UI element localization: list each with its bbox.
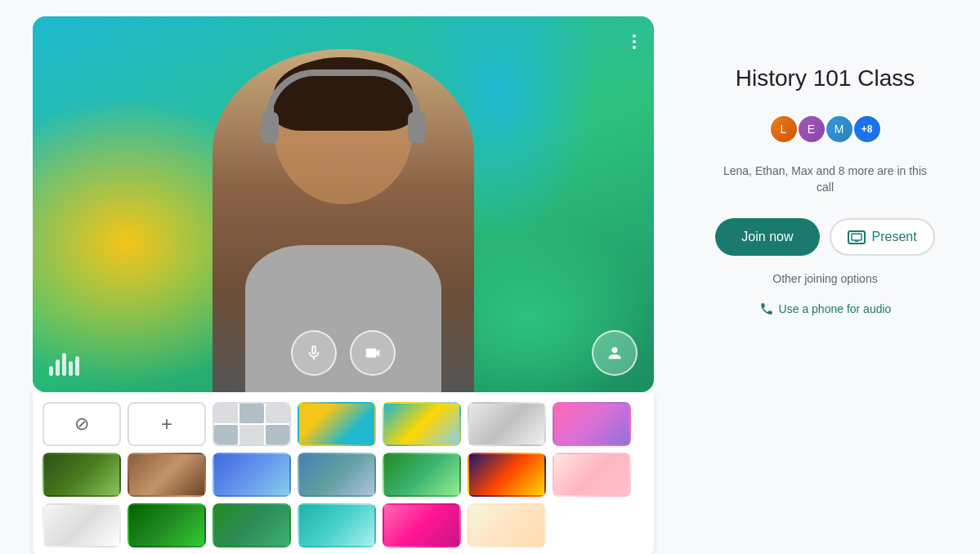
more-options-button[interactable] bbox=[628, 29, 641, 54]
present-button[interactable]: Present bbox=[830, 218, 935, 256]
background-option-colorful[interactable] bbox=[298, 402, 376, 446]
phone-audio-label: Use a phone for audio bbox=[779, 302, 892, 315]
person-background-icon bbox=[606, 344, 624, 362]
background-option-green-art[interactable] bbox=[213, 453, 291, 497]
actions-row: Join now Present bbox=[715, 218, 934, 256]
avatar-lena: L bbox=[769, 114, 799, 144]
headphones bbox=[266, 69, 421, 118]
background-option-beach[interactable] bbox=[43, 453, 121, 497]
blur-cell bbox=[266, 404, 289, 423]
phone-icon bbox=[759, 302, 774, 316]
background-option-library[interactable] bbox=[298, 453, 376, 497]
camera-icon bbox=[364, 344, 382, 362]
blur-cell bbox=[214, 425, 238, 445]
present-screen-icon bbox=[848, 230, 866, 244]
audio-bar bbox=[62, 353, 66, 376]
audio-bar bbox=[69, 361, 73, 376]
participants-row: L E M +8 bbox=[769, 114, 882, 144]
present-label: Present bbox=[872, 230, 917, 244]
add-icon: + bbox=[161, 413, 172, 436]
audio-indicator bbox=[49, 353, 79, 376]
dot bbox=[633, 34, 636, 38]
video-preview bbox=[33, 16, 654, 392]
main-container: ⊘ + bbox=[0, 0, 980, 554]
bg-option-empty bbox=[553, 503, 631, 547]
meeting-title: History 101 Class bbox=[736, 65, 915, 92]
background-option-pink[interactable] bbox=[468, 503, 546, 547]
bg-row-3 bbox=[43, 503, 644, 547]
background-option-forest-path[interactable] bbox=[298, 503, 376, 547]
right-panel: History 101 Class L E M +8 Lena, Ethan, … bbox=[703, 16, 947, 316]
no-background-option[interactable]: ⊘ bbox=[43, 402, 121, 446]
bg-row-2 bbox=[43, 453, 644, 497]
background-option-purple[interactable] bbox=[553, 402, 631, 446]
dot bbox=[633, 46, 636, 49]
avatar-count-img: +8 bbox=[854, 116, 880, 142]
headphone-right bbox=[408, 112, 426, 143]
blur-grid bbox=[214, 404, 289, 445]
avatar-count: +8 bbox=[852, 114, 882, 144]
avatar-ethan-img: E bbox=[799, 116, 825, 142]
background-option-horses[interactable] bbox=[128, 453, 206, 497]
background-option-green-forest[interactable] bbox=[213, 503, 291, 547]
left-panel: ⊘ + bbox=[33, 16, 654, 554]
none-icon: ⊘ bbox=[74, 413, 89, 435]
bg-row-1: ⊘ + bbox=[43, 402, 644, 446]
add-background-option[interactable]: + bbox=[128, 402, 206, 446]
other-options-label: Other joining options bbox=[772, 272, 877, 285]
blur-cell bbox=[266, 425, 289, 445]
blur-background-option[interactable] bbox=[213, 402, 291, 446]
background-option-interior[interactable] bbox=[128, 503, 206, 547]
headphone-left bbox=[261, 112, 279, 143]
background-option-sunset[interactable] bbox=[383, 453, 461, 497]
background-option-room[interactable] bbox=[468, 453, 546, 497]
phone-audio-link[interactable]: Use a phone for audio bbox=[759, 302, 892, 316]
person-head bbox=[274, 57, 413, 204]
background-option-arch[interactable] bbox=[468, 402, 546, 446]
blur-cell bbox=[214, 404, 238, 423]
screen-icon-svg bbox=[851, 233, 862, 242]
avatar-max-img: M bbox=[826, 116, 852, 142]
blur-cell bbox=[239, 404, 263, 423]
dot bbox=[633, 40, 636, 43]
audio-bar bbox=[56, 360, 60, 376]
video-controls bbox=[291, 330, 396, 376]
audio-bar bbox=[49, 366, 53, 376]
join-now-button[interactable]: Join now bbox=[715, 218, 819, 256]
avatar-max: M bbox=[825, 114, 854, 144]
mic-icon bbox=[305, 344, 323, 362]
blur-cell bbox=[239, 425, 263, 445]
camera-button[interactable] bbox=[350, 330, 396, 376]
background-option-teal[interactable] bbox=[383, 503, 461, 547]
audio-bar bbox=[75, 356, 79, 376]
participants-text: Lena, Ethan, Max and 8 more are in this … bbox=[719, 163, 932, 195]
background-selector: ⊘ + bbox=[33, 392, 654, 554]
background-option-fireworks[interactable] bbox=[553, 453, 631, 497]
avatar-ethan: E bbox=[797, 114, 826, 144]
background-option-flowers[interactable] bbox=[43, 503, 121, 547]
background-option-sky[interactable] bbox=[383, 402, 461, 446]
avatar-lena-img: L bbox=[771, 116, 797, 142]
background-change-button[interactable] bbox=[592, 330, 638, 376]
mic-button[interactable] bbox=[291, 330, 337, 376]
svg-rect-0 bbox=[852, 234, 861, 240]
